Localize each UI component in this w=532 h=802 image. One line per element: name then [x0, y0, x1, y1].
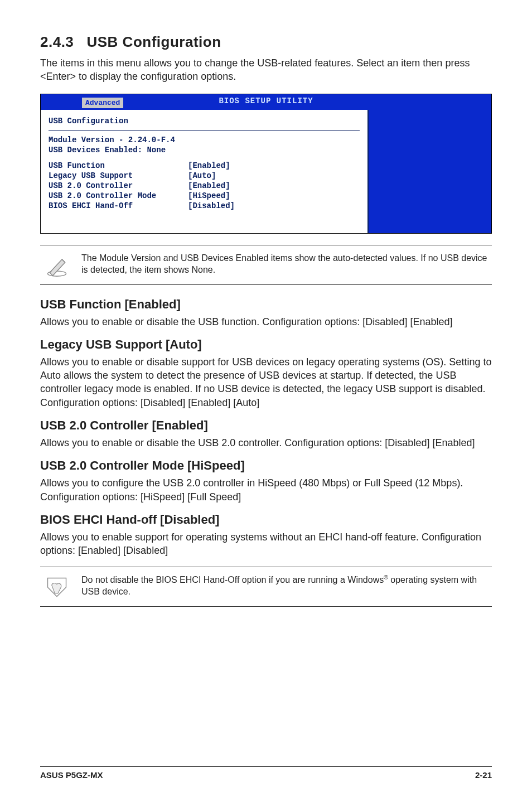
bios-right-panel — [369, 110, 491, 233]
bios-tab-advanced: Advanced — [82, 98, 123, 108]
feature-title: USB 2.0 Controller Mode [HiSpeed] — [40, 458, 492, 473]
bios-header: BIOS SETUP UTILITY Advanced — [41, 94, 491, 110]
registered-symbol: ® — [384, 574, 388, 581]
bios-row: BIOS EHCI Hand-Off [Disabled] — [49, 201, 360, 211]
bios-row-value: [Enabled] — [188, 161, 230, 170]
feature-block: USB 2.0 Controller Mode [HiSpeed] Allows… — [40, 458, 492, 504]
bios-header-title: BIOS SETUP UTILITY — [219, 96, 313, 105]
bios-row-key: USB Function — [49, 161, 188, 170]
section-title-text: USB Configuration — [87, 33, 221, 50]
feature-title: BIOS EHCI Hand-off [Disabled] — [40, 513, 492, 527]
bios-panel-title: USB Configuration — [49, 115, 360, 131]
note2-pre: Do not disable the BIOS EHCI Hand-Off op… — [81, 575, 384, 584]
bios-devices-enabled: USB Devices Enabled: None — [49, 145, 360, 155]
feature-body: Allows you to enable or disable the USB … — [40, 436, 492, 450]
bios-row-key: USB 2.0 Controller Mode — [49, 191, 188, 200]
bios-row-value: [Auto] — [188, 171, 216, 180]
feature-block: Legacy USB Support [Auto] Allows you to … — [40, 337, 492, 409]
section-number: 2.4.3 — [40, 33, 74, 50]
bios-row-key: USB 2.0 Controller — [49, 181, 188, 190]
feature-block: BIOS EHCI Hand-off [Disabled] Allows you… — [40, 513, 492, 558]
feature-title: Legacy USB Support [Auto] — [40, 337, 492, 352]
bios-row-key: Legacy USB Support — [49, 171, 188, 180]
bios-row-value: [Disabled] — [188, 201, 235, 210]
section-intro: The items in this menu allows you to cha… — [40, 56, 492, 84]
feature-body: Allows you to enable or disable the USB … — [40, 315, 492, 328]
feature-body: Allows you to enable support for operati… — [40, 530, 492, 558]
bios-row: Legacy USB Support [Auto] — [49, 171, 360, 181]
bios-row-value: [Enabled] — [188, 181, 230, 190]
bios-left-panel: USB Configuration Module Version - 2.24.… — [41, 110, 369, 233]
bios-row: USB 2.0 Controller Mode [HiSpeed] — [49, 191, 360, 201]
feature-title: USB 2.0 Controller [Enabled] — [40, 418, 492, 433]
feature-title: USB Function [Enabled] — [40, 297, 492, 312]
bios-body: USB Configuration Module Version - 2.24.… — [41, 110, 491, 233]
pencil-note-icon — [43, 252, 70, 278]
note-text: The Module Version and USB Devices Enabl… — [81, 252, 489, 276]
bios-module-version: Module Version - 2.24.0-F.4 — [49, 135, 360, 145]
feature-block: USB 2.0 Controller [Enabled] Allows you … — [40, 418, 492, 450]
section-heading: 2.4.3 USB Configuration — [40, 33, 492, 51]
footer-left: ASUS P5GZ-MX — [40, 770, 103, 780]
bios-row: USB 2.0 Controller [Enabled] — [49, 181, 360, 191]
bios-row: USB Function [Enabled] — [49, 161, 360, 171]
page-footer: ASUS P5GZ-MX 2-21 — [40, 766, 492, 780]
feature-body: Allows you to configure the USB 2.0 cont… — [40, 476, 492, 504]
caution-hand-icon — [43, 574, 70, 600]
bios-screenshot: BIOS SETUP UTILITY Advanced USB Configur… — [40, 94, 492, 234]
feature-block: USB Function [Enabled] Allows you to ena… — [40, 297, 492, 328]
footer-right: 2-21 — [475, 770, 492, 780]
bios-row-key: BIOS EHCI Hand-Off — [49, 201, 188, 210]
note-text: Do not disable the BIOS EHCI Hand-Off op… — [81, 574, 489, 598]
note-block: Do not disable the BIOS EHCI Hand-Off op… — [40, 567, 492, 607]
note-block: The Module Version and USB Devices Enabl… — [40, 245, 492, 285]
bios-row-value: [HiSpeed] — [188, 191, 230, 200]
feature-body: Allows you to enable or disable support … — [40, 355, 492, 409]
